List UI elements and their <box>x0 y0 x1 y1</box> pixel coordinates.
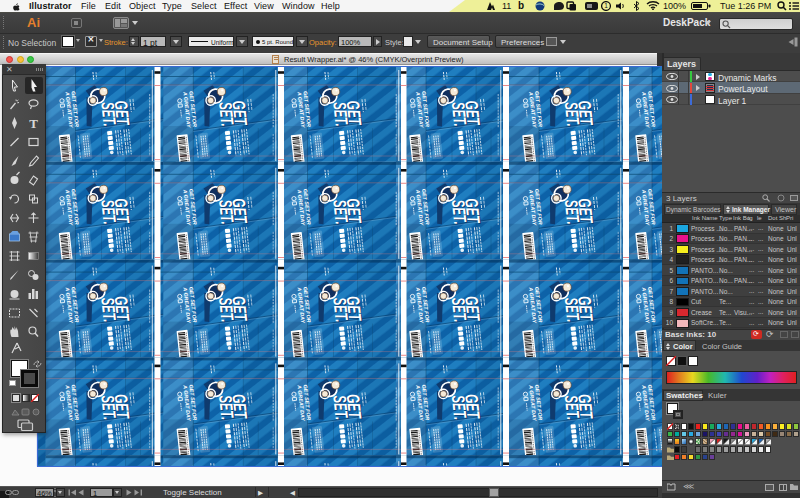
svg-text:1: 1 <box>604 2 608 9</box>
svg-text:T: T <box>29 116 38 131</box>
